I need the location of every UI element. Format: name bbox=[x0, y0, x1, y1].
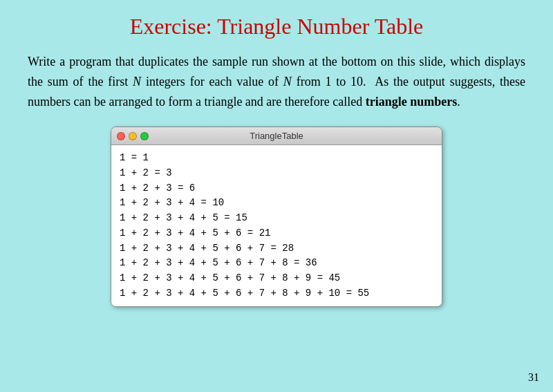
slide-body: Write a program that duplicates the samp… bbox=[28, 52, 525, 111]
slide-container: Exercise: Triangle Number Table Write a … bbox=[0, 0, 553, 392]
italic-n-1: N bbox=[133, 75, 141, 88]
output-line-10: 1 + 2 + 3 + 4 + 5 + 6 + 7 + 8 + 9 + 10 =… bbox=[120, 286, 433, 301]
slide-title: Exercise: Triangle Number Table bbox=[28, 14, 525, 39]
terminal-window: TriangleTable 1 = 1 1 + 2 = 3 1 + 2 + 3 … bbox=[111, 127, 442, 307]
window-buttons bbox=[117, 132, 149, 140]
close-button-icon[interactable] bbox=[117, 132, 125, 140]
window-title: TriangleTable bbox=[250, 131, 303, 141]
output-line-2: 1 + 2 = 3 bbox=[120, 166, 433, 181]
output-line-8: 1 + 2 + 3 + 4 + 5 + 6 + 7 + 8 = 36 bbox=[120, 256, 433, 271]
output-line-7: 1 + 2 + 3 + 4 + 5 + 6 + 7 = 28 bbox=[120, 241, 433, 256]
minimize-button-icon[interactable] bbox=[129, 132, 137, 140]
window-titlebar: TriangleTable bbox=[111, 127, 442, 145]
output-line-6: 1 + 2 + 3 + 4 + 5 + 6 = 21 bbox=[120, 226, 433, 241]
page-number: 31 bbox=[528, 371, 539, 384]
output-line-4: 1 + 2 + 3 + 4 = 10 bbox=[120, 196, 433, 211]
output-line-9: 1 + 2 + 3 + 4 + 5 + 6 + 7 + 8 + 9 = 45 bbox=[120, 271, 433, 286]
maximize-button-icon[interactable] bbox=[140, 132, 149, 140]
output-line-3: 1 + 2 + 3 = 6 bbox=[120, 181, 433, 196]
bold-triangle-numbers: triangle numbers bbox=[366, 95, 458, 109]
window-content: 1 = 1 1 + 2 = 3 1 + 2 + 3 = 6 1 + 2 + 3 … bbox=[111, 145, 442, 306]
output-line-5: 1 + 2 + 3 + 4 + 5 = 15 bbox=[120, 211, 433, 226]
output-line-1: 1 = 1 bbox=[120, 151, 433, 166]
italic-n-2: N bbox=[283, 75, 292, 88]
